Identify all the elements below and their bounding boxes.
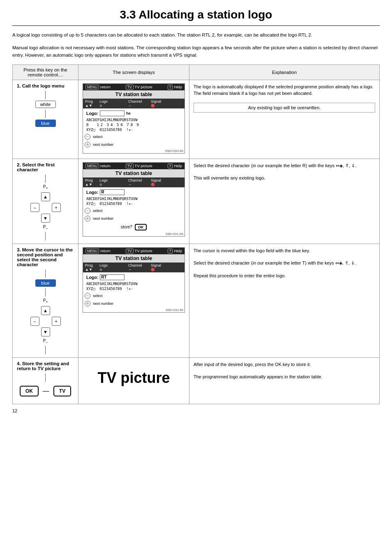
tv-topbar-1: MENU return TV TV picture ? Help: [83, 84, 184, 90]
topbar-return-1: MENU return: [85, 85, 111, 90]
tv-table-header-2: Prog▲▼ Logo⊙ Channel↔ Signal🔴: [83, 177, 184, 187]
topbar-help-2: ? Help: [168, 164, 182, 168]
step-2-explanation-2: This will overwrite any existing logo.: [194, 175, 375, 182]
up-arrow-2[interactable]: ▲: [41, 192, 50, 201]
nav-next-2: next number: [93, 216, 113, 221]
down-arrow-3[interactable]: ▼: [41, 327, 50, 336]
step-2-remote-area: P+ ▲ – + ▼ P–: [17, 183, 74, 232]
char-row-xyz-3: XYZ□ 0123456789 !+-: [85, 286, 183, 291]
char-row-upper-3: ABCDEFGHIJKLMNOPQRSTUVW: [85, 281, 183, 286]
tv-body-3: Logo: RT ABCDEFGHIJKLMNOPQRSTUVW XYZ□ 01…: [83, 272, 184, 292]
left-arrow-3[interactable]: –: [30, 317, 39, 326]
topbar-help-1: ? Help: [168, 85, 182, 90]
connector-bot-3: [45, 346, 46, 354]
right-arrow-3[interactable]: +: [52, 317, 61, 326]
topbar-tv-2: TV TV picture: [126, 164, 152, 168]
up-arrow-3[interactable]: ▲: [41, 306, 50, 315]
logo-input-2[interactable]: R: [100, 189, 125, 195]
char-row-upper-1: ABCDEFGHIJKLMNOPQRSTUVW: [85, 117, 183, 122]
char-row-xyz-2: XYZ□ 0123456789 !+-: [85, 201, 183, 206]
connector-bot-2: [45, 232, 46, 240]
tv-icon-3: TV: [126, 249, 134, 253]
connector-top-4: [45, 373, 46, 382]
char-row-upper-2: ABCDEFGHIJKLMNOPQRSTUVW: [85, 196, 183, 201]
prog-num-row-1: 012 34 56 78 9: [85, 122, 183, 127]
char-row-xyz-1: XYZ□ 0123456789 !+-: [85, 127, 183, 132]
step-4-remote-cell: 4. Store the setting and return to TV pi…: [13, 357, 78, 404]
nav-select-3: select: [93, 294, 103, 298]
return-label-3: return: [100, 249, 111, 253]
arrow-cross-3: ▲ – + ▼: [30, 306, 61, 337]
dash-connector-4: —: [43, 387, 49, 395]
header-screen-col: The screen displays: [78, 64, 189, 80]
tv-table-header-1: Prog▲▼ Logo⊙ Channel↔ Signal🔴: [83, 99, 184, 108]
left-arrow-2[interactable]: –: [30, 203, 39, 212]
tv-station-title-1: TV station table: [83, 90, 184, 99]
menu-icon-1: MENU: [85, 85, 99, 90]
tv-body-1: Logo: he ABCDEFGHIJKLMNOPQRSTUVW 012 34 …: [83, 108, 184, 133]
connector-top-2: [45, 175, 46, 183]
tv-station-title-2: TV station table: [83, 169, 184, 177]
down-arrow-2[interactable]: ▼: [41, 214, 50, 223]
nav-circle-3: ↔: [85, 293, 90, 299]
header-explain-col: Explanation: [189, 64, 380, 80]
col-signal-2: Signal🔴: [150, 178, 171, 187]
intro-paragraph-1: A logical logo consisting of up to 5 cha…: [12, 32, 380, 39]
step-1-explanation-text: The logo is automatically displayed if t…: [194, 83, 375, 97]
connector-line-top-1: [45, 91, 46, 99]
tv-icon-2: TV: [126, 164, 134, 168]
nav-circle-next-2: ⊙: [85, 216, 90, 221]
logo-input-1[interactable]: [100, 111, 125, 116]
logo-input-3[interactable]: RT: [100, 274, 125, 280]
step-2-label: 2. Select the first character: [17, 162, 74, 172]
p-plus-label-3: P+: [43, 298, 48, 304]
ok-btn-store-2[interactable]: OK: [135, 224, 147, 230]
tv-nav-row-3: ↔ select: [83, 292, 184, 300]
nav-circle-2: ↔: [85, 208, 90, 214]
step-1-row: 1. Call the logo menu white blue MENU re…: [13, 80, 380, 159]
step-4-explanation-1: After input of the desired logo, press t…: [194, 361, 375, 368]
menu-icon-3: MENU: [85, 249, 99, 253]
topbar-tvpic-label-1: TV picture: [135, 85, 152, 89]
blue-button[interactable]: blue: [35, 120, 56, 127]
col-logo-3: Logo⊙: [99, 263, 128, 272]
step-2-remote-cell: 2. Select the first character P+ ▲ – + ▼…: [13, 159, 78, 244]
topbar-return-label-1: return: [100, 85, 111, 89]
help-icon-1: ?: [168, 85, 173, 90]
step-2-screen-cell: MENU return TV TV picture ? Help TV stat…: [78, 159, 189, 244]
p-minus-label-2: P–: [43, 225, 48, 230]
tvpic-label-3: TV picture: [135, 249, 152, 253]
nav-select-label-1: select: [93, 135, 103, 139]
logo-label-1: Logo:: [86, 111, 98, 116]
img-code-1: 698+03H-68: [83, 149, 184, 153]
tv-button-4[interactable]: TV: [53, 386, 71, 396]
logo-label-2: Logo:: [86, 190, 98, 195]
ok-button-4[interactable]: OK: [20, 386, 39, 396]
tv-screen-1: MENU return TV TV picture ? Help TV stat…: [83, 83, 185, 154]
tv-icon-1: TV: [126, 85, 134, 90]
topbar-tv-3: TV TV picture: [126, 249, 152, 253]
right-arrow-2[interactable]: +: [52, 203, 61, 212]
connector-top-3: [45, 269, 46, 278]
col-logo-1: Logo⊙: [99, 99, 128, 108]
tv-nav-row2-2: ⊙ next number: [83, 215, 184, 223]
logo-label-3: Logo:: [86, 275, 98, 280]
tv-table-header-3: Prog▲▼ Logo⊙ Channel↔ Signal🔴: [83, 263, 184, 272]
step-3-remote-cell: 3. Move the cursor to the second positio…: [13, 244, 78, 357]
blue-button-3[interactable]: blue: [35, 279, 56, 287]
page-number: 12: [12, 408, 380, 413]
step-3-row: 3. Move the cursor to the second positio…: [13, 244, 380, 357]
intro-paragraph-2: Manual logo allocation is not necessary …: [12, 44, 380, 59]
tv-topbar-2: MENU return TV TV picture ? Help: [83, 163, 184, 169]
step-1-remote-area: white blue: [17, 99, 74, 129]
step-3-label: 3. Move the cursor to the second positio…: [17, 247, 74, 267]
menu-icon-2: MENU: [85, 164, 99, 168]
help-label-3: Help: [174, 249, 182, 253]
tv-nav-row-2: ↔ select: [83, 207, 184, 215]
col-prog-2: Prog▲▼: [85, 178, 99, 187]
header-remote-col: Press this key on the remote control....: [13, 64, 78, 80]
col-prog-3: Prog▲▼: [85, 263, 99, 272]
white-button[interactable]: white: [35, 101, 56, 108]
topbar-tv-1: TV TV picture: [126, 85, 152, 90]
tv-nav-row2-3: ⊙ next number: [83, 300, 184, 308]
